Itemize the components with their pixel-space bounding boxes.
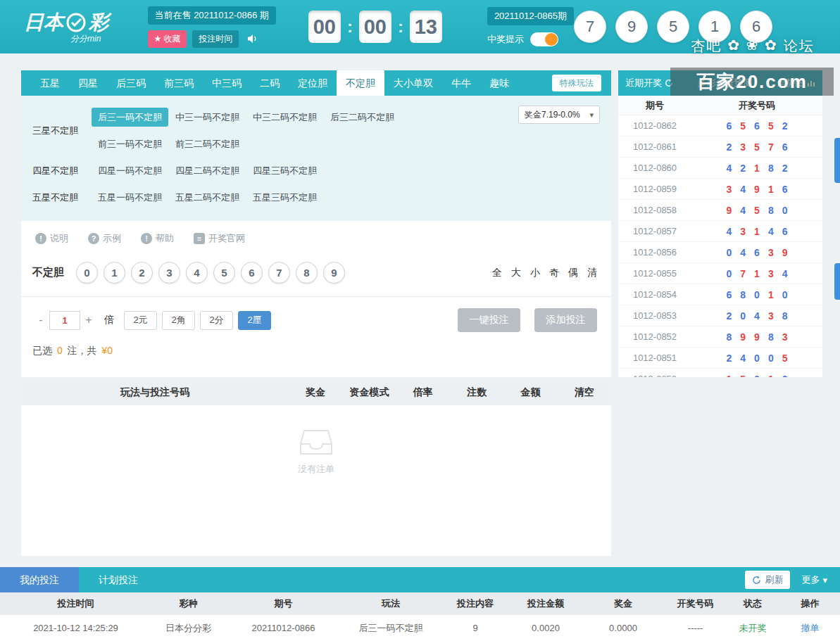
win-hint-toggle[interactable] (530, 32, 558, 46)
multiplier-decrease-button[interactable]: - (32, 311, 49, 330)
special-plays-button[interactable]: 特殊玩法 (552, 75, 601, 91)
orders-cell: ----- (665, 623, 725, 633)
play-option[interactable]: 后三二码不定胆 (324, 111, 401, 124)
info-link-help[interactable]: !帮助 (141, 232, 174, 245)
quick-select-item[interactable]: 清 (587, 267, 597, 279)
quick-select-item[interactable]: 小 (530, 267, 540, 279)
unit-button[interactable]: 2厘 (238, 311, 271, 330)
orders-tab[interactable]: 我的投注 (0, 567, 79, 592)
play-option[interactable]: 五星一码不定胆 (92, 191, 169, 204)
quick-select-item[interactable]: 偶 (568, 267, 578, 279)
play-tab[interactable]: 牛牛 (442, 70, 480, 96)
win-hint-label: 中奖提示 (487, 33, 524, 46)
play-option[interactable]: 四星二码不定胆 (169, 165, 246, 177)
play-option-group-label: 三星不定胆 (21, 104, 92, 158)
play-option[interactable]: 四星三码不定胆 (246, 165, 324, 177)
recent-draws-tabs: 近期开奖 多彩分析预测 走势图 (618, 70, 822, 96)
quick-select-item[interactable]: 奇 (549, 267, 559, 279)
number-ball-9[interactable]: 9 (323, 262, 345, 284)
side-floating-tab[interactable] (834, 263, 840, 300)
play-option[interactable]: 五星二码不定胆 (169, 191, 246, 204)
multiplier-input[interactable]: 1 (49, 311, 80, 330)
slip-column-header: 倍率 (396, 386, 450, 399)
tab-recent-draws[interactable]: 近期开奖 (625, 77, 673, 89)
play-options-panel: 三星不定胆后三一码不定胆中三一码不定胆中三二码不定胆后三二码不定胆前三一码不定胆… (21, 96, 611, 221)
refresh-label: 刷新 (765, 573, 783, 586)
number-list: 0123456789 (76, 262, 351, 284)
number-ball-7[interactable]: 7 (268, 262, 290, 284)
unit-button[interactable]: 2元 (124, 311, 157, 330)
play-tab[interactable]: 二码 (251, 70, 289, 96)
side-floating-tab[interactable] (834, 138, 840, 183)
countdown-timer: 00 : 00 : 13 (308, 11, 442, 43)
refresh-button[interactable]: 刷新 (745, 571, 790, 589)
play-tab[interactable]: 大小单双 (384, 70, 442, 96)
number-ball-3[interactable]: 3 (158, 262, 180, 284)
tab-analysis-prediction[interactable]: 多彩分析预测 (698, 77, 753, 89)
winning-ball: 7 (574, 11, 606, 43)
draw-digit: 7 (768, 141, 774, 153)
number-ball-6[interactable]: 6 (241, 262, 263, 284)
play-option[interactable]: 前三一码不定胆 (92, 138, 169, 151)
quick-select-item[interactable]: 大 (511, 267, 521, 279)
play-tab[interactable]: 定位胆 (289, 70, 337, 96)
add-bet-button[interactable]: 添加投注 (534, 308, 597, 332)
unit-button[interactable]: 2分 (200, 311, 233, 330)
number-ball-1[interactable]: 1 (104, 262, 125, 284)
draw-digit: 2 (727, 310, 732, 322)
more-button[interactable]: 更多 ▾ (801, 573, 827, 586)
draw-row: 1012-085894580 (618, 200, 822, 221)
unit-button[interactable]: 2角 (162, 311, 195, 330)
play-option[interactable]: 五星三码不定胆 (246, 191, 324, 204)
tab-trend-chart[interactable]: 走势图 (777, 77, 815, 89)
draw-numbers: 24005 (691, 353, 822, 364)
slip-column-header: 注数 (450, 386, 503, 399)
countdown-separator: : (398, 17, 403, 37)
number-ball-2[interactable]: 2 (131, 262, 153, 284)
number-ball-0[interactable]: 0 (76, 262, 98, 284)
play-tab[interactable]: 趣味 (480, 70, 518, 96)
draw-digit: 0 (754, 353, 760, 364)
orders-tab[interactable]: 计划投注 (79, 567, 158, 592)
draw-digit: 0 (782, 205, 788, 216)
multiplier-increase-button[interactable]: + (80, 311, 97, 330)
bonus-select[interactable]: 奖金7.19-0.0% ▾ (518, 106, 600, 124)
orders-column-header: 投注内容 (440, 597, 510, 610)
tab-trend-label: 走势图 (777, 77, 804, 89)
play-tab[interactable]: 不定胆 (337, 70, 384, 96)
info-link-label: 示例 (103, 232, 121, 245)
play-option[interactable]: 中三二码不定胆 (246, 111, 324, 124)
quick-bet-button[interactable]: 一键投注 (458, 308, 520, 332)
play-option-label: 四星二码不定胆 (169, 161, 246, 180)
bet-time-button[interactable]: 投注时间 (192, 30, 239, 48)
number-ball-5[interactable]: 5 (213, 262, 235, 284)
info-link-example[interactable]: ?示例 (88, 232, 121, 245)
info-link-label: 帮助 (156, 232, 174, 245)
play-option[interactable]: 四星一码不定胆 (92, 165, 169, 177)
play-option[interactable]: 后三一码不定胆 (92, 111, 169, 124)
number-ball-8[interactable]: 8 (296, 262, 318, 284)
cancel-order-link[interactable]: 撤单 (780, 622, 840, 635)
info-link-official[interactable]: ≡开奖官网 (194, 232, 245, 245)
draw-numbers: 42182 (691, 163, 822, 174)
play-tab[interactable]: 前三码 (155, 70, 203, 96)
info-link-explain[interactable]: !说明 (35, 232, 68, 245)
draw-row: 1012-085743146 (618, 221, 822, 242)
play-tab[interactable]: 后三码 (107, 70, 155, 96)
draw-digit: 8 (768, 163, 774, 174)
draw-digit: 2 (782, 120, 788, 132)
draw-digit: 9 (754, 331, 760, 343)
speaker-icon[interactable] (247, 34, 258, 44)
play-tab[interactable]: 五星 (31, 70, 69, 96)
number-ball-4[interactable]: 4 (186, 262, 208, 284)
play-tab[interactable]: 中三码 (203, 70, 251, 96)
draw-digit: 1 (754, 226, 760, 237)
play-option[interactable]: 中三一码不定胆 (169, 111, 246, 124)
play-option[interactable]: 前三二码不定胆 (169, 138, 246, 151)
draw-numbers: 23576 (691, 141, 822, 153)
play-tab[interactable]: 四星 (69, 70, 107, 96)
quick-select-item[interactable]: 全 (492, 267, 502, 279)
favorite-button[interactable]: ★ 收藏 (148, 30, 187, 48)
draw-row: 1012-086265652 (618, 115, 822, 137)
star-icon: ★ (154, 34, 162, 44)
